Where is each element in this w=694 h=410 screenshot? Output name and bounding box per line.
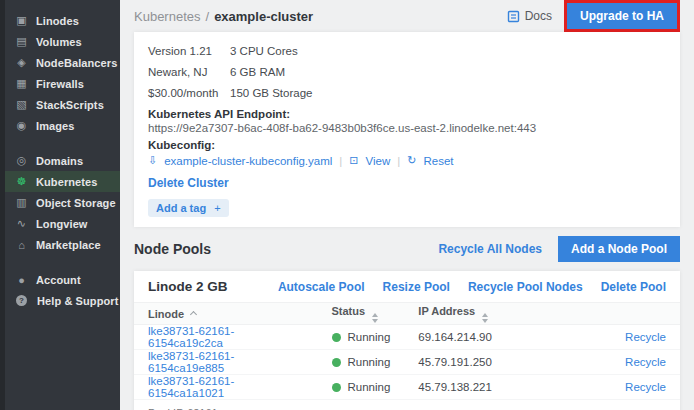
docs-label: Docs	[525, 9, 552, 23]
column-header-ip[interactable]: IP Address	[404, 303, 550, 325]
sidebar-item-label: Volumes	[36, 36, 82, 48]
topbar-actions: Docs Upgrade to HA	[507, 0, 680, 32]
sidebar-item-linodes[interactable]: ▣ Linodes	[5, 10, 120, 31]
cluster-price: $30.00/month	[148, 87, 230, 99]
sidebar-item-volumes[interactable]: ▤ Volumes	[5, 31, 120, 52]
node-pools-title: Node Pools	[134, 241, 211, 257]
column-header-label: IP Address	[418, 305, 475, 317]
spec-row: Version 1.21 3 CPU Cores	[148, 40, 666, 61]
status-label: Running	[348, 331, 391, 343]
kubeconfig-download-link[interactable]: example-cluster-kubeconfig.yaml	[164, 155, 332, 167]
sidebar-item-account[interactable]: ● Account	[5, 269, 120, 290]
sidebar-item-label: Help & Support	[37, 295, 118, 307]
domains-icon: ◎	[15, 154, 28, 167]
column-header-label: Linode	[148, 308, 184, 320]
sidebar-group-account: ● Account ? Help & Support	[5, 269, 120, 311]
reset-icon: ↻	[407, 154, 416, 167]
marketplace-icon: ⌂	[15, 239, 28, 251]
add-tag-label: Add a tag	[156, 202, 206, 214]
sidebar-item-images[interactable]: ◉ Images	[5, 115, 120, 136]
main-content: Kubernetes / example-cluster Docs Upgrad…	[120, 0, 694, 410]
sidebar-item-firewalls[interactable]: ▦ Firewalls	[5, 73, 120, 94]
images-icon: ◉	[15, 119, 28, 132]
node-ip: 69.164.214.90	[418, 331, 492, 343]
recycle-all-nodes-link[interactable]: Recycle All Nodes	[438, 242, 542, 256]
sidebar-item-kubernetes[interactable]: ☸ Kubernetes	[5, 171, 120, 192]
kubeconfig-reset-link[interactable]: Reset	[423, 155, 453, 167]
table-row: lke38731-62161-6154ca19c2ca Running 69.1…	[134, 325, 680, 350]
separator: |	[339, 155, 342, 167]
sidebar-group-services: ◎ Domains ☸ Kubernetes ▥ Object Storage …	[5, 150, 120, 255]
kubeconfig-label: Kubeconfig:	[148, 139, 666, 151]
column-header-status[interactable]: Status	[318, 303, 405, 325]
docs-icon	[507, 10, 520, 23]
delete-pool-link[interactable]: Delete Pool	[601, 280, 666, 294]
running-status-icon	[332, 358, 341, 367]
upgrade-to-ha-button[interactable]: Upgrade to HA	[567, 3, 677, 29]
add-node-pool-button[interactable]: Add a Node Pool	[558, 236, 680, 262]
firewalls-icon: ▦	[15, 77, 28, 90]
resize-pool-link[interactable]: Resize Pool	[383, 280, 450, 294]
api-endpoint-label: Kubernetes API Endpoint:	[148, 108, 666, 120]
node-ip: 45.79.191.250	[418, 356, 492, 368]
help-icon: ?	[16, 295, 27, 306]
status-cell: Running	[332, 381, 391, 393]
sidebar-item-nodebalancers[interactable]: ◈ NodeBalancers	[5, 52, 120, 73]
sidebar: ▣ Linodes ▤ Volumes ◈ NodeBalancers ▦ Fi…	[0, 0, 120, 410]
node-pools-actions: Recycle All Nodes Add a Node Pool	[438, 236, 680, 262]
sidebar-item-domains[interactable]: ◎ Domains	[5, 150, 120, 171]
view-icon: ⊡	[349, 154, 358, 167]
separator: |	[397, 155, 400, 167]
breadcrumb-kubernetes-link[interactable]: Kubernetes	[134, 9, 201, 24]
cluster-version: Version 1.21	[148, 45, 230, 57]
breadcrumb-current-cluster: example-cluster	[214, 9, 313, 24]
sidebar-item-help-support[interactable]: ? Help & Support	[5, 290, 120, 311]
sidebar-item-label: Object Storage	[36, 197, 116, 209]
sort-icon	[482, 313, 488, 323]
table-row: lke38731-62161-6154ca1a1021 Running 45.7…	[134, 375, 680, 400]
running-status-icon	[332, 333, 341, 342]
breadcrumb: Kubernetes / example-cluster	[134, 9, 313, 24]
cluster-storage: 150 GB Storage	[230, 87, 666, 99]
autoscale-pool-link[interactable]: Autoscale Pool	[278, 280, 365, 294]
download-icon: ⇩	[148, 154, 157, 167]
sort-ascending-icon	[190, 310, 197, 317]
sidebar-item-label: NodeBalancers	[36, 57, 117, 69]
annotation-highlight: Upgrade to HA	[564, 0, 680, 32]
sidebar-item-label: Firewalls	[36, 78, 84, 90]
stackscripts-icon: ▧	[15, 98, 28, 111]
add-tag-button[interactable]: Add a tag +	[148, 199, 229, 217]
column-header-label: Status	[332, 305, 366, 317]
node-link[interactable]: lke38731-62161-6154ca1a1021	[148, 375, 234, 399]
node-link[interactable]: lke38731-62161-6154ca19e885	[148, 350, 234, 374]
longview-icon: ∿	[15, 217, 28, 230]
sidebar-item-label: StackScripts	[36, 99, 104, 111]
delete-cluster-row: Delete Cluster	[148, 176, 666, 190]
recycle-pool-nodes-link[interactable]: Recycle Pool Nodes	[468, 280, 583, 294]
column-header-linode[interactable]: Linode	[134, 303, 318, 325]
sidebar-item-label: Kubernetes	[36, 176, 98, 188]
recycle-node-link[interactable]: Recycle	[625, 356, 666, 368]
node-link[interactable]: lke38731-62161-6154ca19c2ca	[148, 325, 234, 349]
plus-icon: +	[214, 202, 220, 214]
status-cell: Running	[332, 356, 391, 368]
sidebar-item-label: Domains	[36, 155, 83, 167]
sidebar-item-label: Longview	[36, 218, 88, 230]
kubeconfig-view-link[interactable]: View	[366, 155, 391, 167]
pool-header: Linode 2 GB Autoscale Pool Resize Pool R…	[134, 271, 680, 302]
sidebar-item-longview[interactable]: ∿ Longview	[5, 213, 120, 234]
table-row: lke38731-62161-6154ca19e885 Running 45.7…	[134, 350, 680, 375]
delete-cluster-button[interactable]: Delete Cluster	[148, 176, 229, 190]
sidebar-item-object-storage[interactable]: ▥ Object Storage	[5, 192, 120, 213]
recycle-node-link[interactable]: Recycle	[625, 381, 666, 393]
docs-link[interactable]: Docs	[507, 9, 552, 23]
sidebar-item-marketplace[interactable]: ⌂ Marketplace	[5, 234, 120, 255]
sidebar-item-label: Marketplace	[36, 239, 101, 251]
node-pools-header: Node Pools Recycle All Nodes Add a Node …	[134, 236, 680, 262]
cluster-summary-card: Version 1.21 3 CPU Cores Newark, NJ 6 GB…	[134, 32, 680, 227]
pool-id-label: Pool ID 62161	[134, 400, 680, 410]
recycle-node-link[interactable]: Recycle	[625, 331, 666, 343]
sidebar-item-stackscripts[interactable]: ▧ StackScripts	[5, 94, 120, 115]
sidebar-item-label: Account	[36, 274, 81, 286]
pool-action-links: Autoscale Pool Resize Pool Recycle Pool …	[278, 280, 666, 294]
